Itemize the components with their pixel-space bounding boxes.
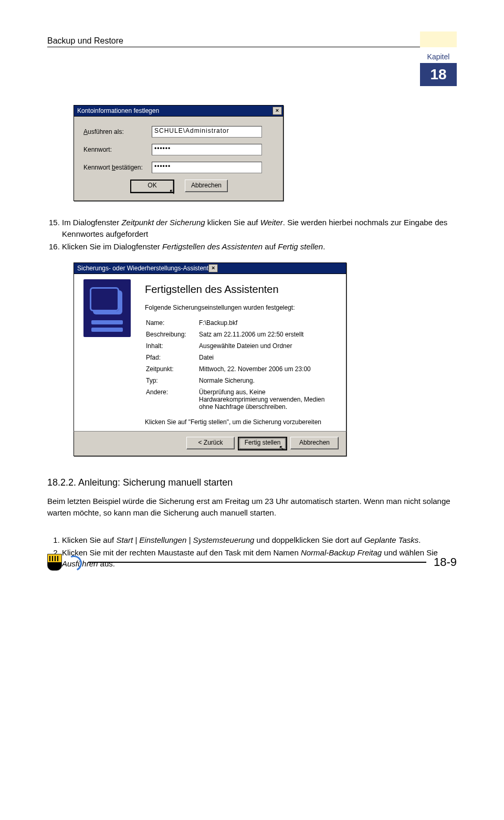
row-label: Andere: [146, 387, 198, 412]
run-as-label: Ausführen als: [83, 128, 152, 135]
wizard-button-bar: < Zurück Fertig stellen ↖ Abbrechen [74, 431, 346, 456]
row-label: Beschreibung: [146, 329, 198, 340]
row-label: Zeitpunkt: [146, 364, 198, 374]
ok-button-label: OK [148, 182, 156, 189]
dialog-wizard-finish: Sicherungs- oder Wiederherstellungs-Assi… [74, 262, 346, 456]
row-label: Inhalt: [146, 341, 198, 351]
backup-icon [83, 279, 131, 337]
chapter-number: 18 [420, 63, 457, 86]
row-value: F:\Backup.bkf [199, 318, 337, 328]
instruction-steps-a: Im Dialogfenster Zeitpunkt der Sicherung… [47, 217, 457, 252]
cancel-button[interactable]: Abbrechen [185, 180, 228, 192]
ok-button[interactable]: OK ↖ [130, 180, 174, 193]
back-button[interactable]: < Zurück [186, 437, 235, 449]
wizard-heading: Fertigstellen des Assistenten [145, 283, 338, 296]
row-label: Typ: [146, 375, 198, 386]
footer-logos [47, 554, 81, 571]
header-accent [420, 31, 457, 47]
footer-line [88, 562, 426, 563]
section-heading: 18.2.2. Anleitung: Sicherung manuell sta… [47, 477, 457, 488]
header-title: Backup und Restore [47, 36, 123, 47]
wizard-intro: Folgende Sicherungseinstellungen wurden … [145, 304, 338, 311]
wizard-sidebar [74, 274, 140, 431]
swoosh-icon [66, 555, 81, 569]
step-16: Klicken Sie im Dialogfenster Fertigstell… [62, 241, 457, 253]
dialog-account-info: Kontoinformationen festlegen × Ausführen… [74, 105, 284, 201]
row-value: Datei [199, 352, 337, 363]
section-para: Beim letzten Beispiel würde die Sicherun… [47, 496, 457, 519]
cursor-icon: ↖ [279, 443, 285, 453]
password-label: Kennwort: [83, 146, 152, 153]
cancel-button[interactable]: Abbrechen [290, 437, 339, 449]
cursor-icon: ↖ [169, 187, 175, 196]
row-value: Überprüfung aus, Keine Hardwarekomprimie… [199, 387, 337, 412]
finish-button[interactable]: Fertig stellen ↖ [238, 437, 287, 450]
confirm-password-label: Kennwort bestätigen: [83, 164, 152, 171]
wizard-settings-table: Name:F:\Backup.bkf Beschreibung:Satz am … [145, 317, 338, 413]
chapter-label: Kapitel [420, 52, 457, 61]
page-footer: 18-9 [47, 554, 457, 571]
finish-button-label: Fertig stellen [245, 439, 281, 446]
step-15: Im Dialogfenster Zeitpunkt der Sicherung… [62, 217, 457, 240]
close-icon[interactable]: × [208, 264, 218, 272]
row-value: Satz am 22.11.2006 um 22:50 erstellt [199, 329, 337, 340]
run-as-label-text: usführen als: [88, 128, 124, 135]
dialog-title: Kontoinformationen festlegen [77, 107, 272, 114]
wizard-titlebar: Sicherungs- oder Wiederherstellungs-Assi… [74, 262, 346, 274]
dialog-titlebar: Kontoinformationen festlegen × [74, 105, 284, 116]
row-value: Ausgewählte Dateien und Ordner [199, 341, 337, 351]
page-number: 18-9 [434, 555, 457, 569]
run-as-field[interactable]: SCHULE\Administrator [152, 126, 262, 138]
row-value: Normale Sicherung. [199, 375, 337, 386]
step-1: Klicken Sie auf Start | Einstellungen | … [62, 534, 457, 546]
chapter-badge: Kapitel 18 [420, 52, 457, 86]
row-value: Mittwoch, 22. November 2006 um 23:00 [199, 364, 337, 374]
row-label: Name: [146, 318, 198, 328]
wizard-footnote: Klicken Sie auf "Fertig stellen", um die… [145, 418, 338, 426]
page-header: Backup und Restore [47, 31, 457, 47]
wizard-title: Sicherungs- oder Wiederherstellungs-Assi… [77, 265, 208, 272]
close-icon[interactable]: × [272, 107, 282, 115]
crest-icon [47, 554, 62, 571]
confirm-password-field[interactable]: •••••• [152, 162, 262, 173]
password-field[interactable]: •••••• [152, 144, 262, 155]
row-label: Pfad: [146, 352, 198, 363]
